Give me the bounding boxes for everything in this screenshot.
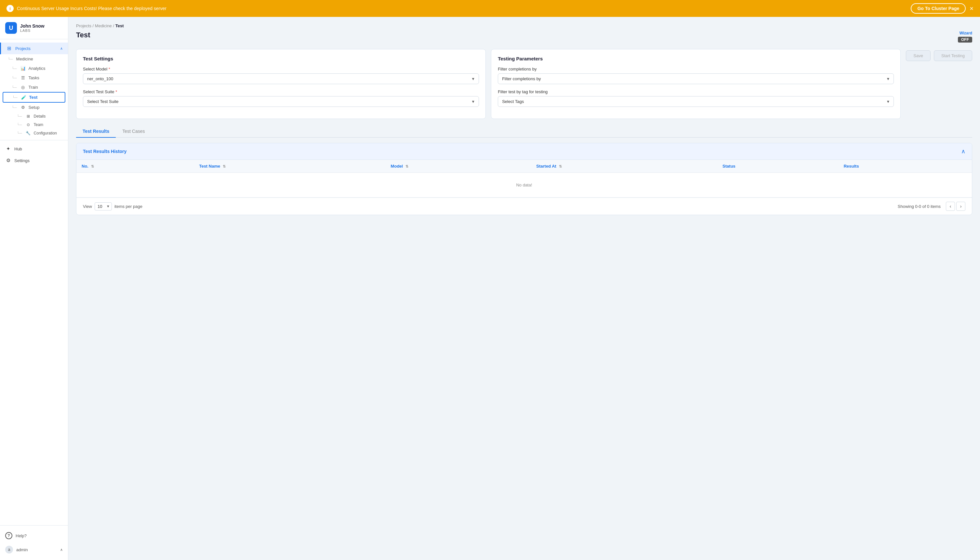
filter-completions-wrapper: Filter completions by ▼ xyxy=(498,73,894,84)
filter-tags-dropdown[interactable]: Select Tags xyxy=(498,96,894,107)
test-icon: 🧪 xyxy=(21,95,27,100)
sidebar-nav: ⊞ Projects ∧ └─ Medicine └─ 📊 Analytics … xyxy=(0,39,68,525)
start-testing-button[interactable]: Start Testing xyxy=(934,50,972,61)
config-icon: 🔧 xyxy=(25,131,31,135)
sidebar-item-train[interactable]: └─ ◎ Train xyxy=(0,83,68,92)
settings-icon: ⚙ xyxy=(5,158,11,163)
content-area: Projects / Medicine / Test Test Wizard O… xyxy=(68,17,980,560)
sidebar-item-admin[interactable]: a admin ∧ xyxy=(0,542,68,557)
close-banner-button[interactable]: × xyxy=(970,5,973,12)
tasks-label: Tasks xyxy=(28,75,39,80)
setup-label: Setup xyxy=(28,105,40,110)
col-model[interactable]: Model ⇅ xyxy=(386,160,531,173)
breadcrumb-sep2: / xyxy=(113,23,115,28)
settings-row: Test Settings Select Model * ner_onto_10… xyxy=(76,49,972,119)
test-settings-panel: Test Settings Select Model * ner_onto_10… xyxy=(76,49,486,119)
no-data-cell: No data! xyxy=(77,173,972,197)
results-header: Test Results History ∧ xyxy=(77,143,972,160)
logo-icon: U xyxy=(5,22,17,34)
tab-test-results[interactable]: Test Results xyxy=(76,125,116,138)
view-row: View 10 25 50 ▼ items per page xyxy=(83,202,142,210)
breadcrumb-medicine[interactable]: Medicine xyxy=(95,23,112,28)
sidebar-item-help[interactable]: ? Help? xyxy=(0,529,68,542)
save-button[interactable]: Save xyxy=(906,50,931,61)
page-size-select[interactable]: 10 25 50 xyxy=(95,202,112,210)
sidebar-item-configuration[interactable]: └─ 🔧 Configuration xyxy=(0,129,68,137)
help-icon: ? xyxy=(5,532,12,539)
sort-model-icon: ⇅ xyxy=(405,164,408,168)
projects-arrow: ∧ xyxy=(60,47,63,51)
no-data-row: No data! xyxy=(77,173,972,197)
banner-message-area: i Continuous Server Usage Incurs Costs! … xyxy=(7,5,166,12)
tree-connector-train: └─ xyxy=(12,85,17,89)
filter-tags-wrapper: Select Tags ▼ xyxy=(498,96,894,107)
configuration-label: Configuration xyxy=(34,131,57,135)
sidebar-item-projects[interactable]: ⊞ Projects ∧ xyxy=(0,43,68,54)
sidebar-item-setup[interactable]: └─ ⚙ Setup xyxy=(0,103,68,112)
breadcrumb-sep1: / xyxy=(93,23,95,28)
admin-avatar: a xyxy=(5,546,13,553)
sidebar-item-details[interactable]: └─ ⊞ Details xyxy=(0,112,68,120)
sidebar-item-team[interactable]: └─ ⊙ Team xyxy=(0,120,68,129)
col-no[interactable]: No. ⇅ xyxy=(77,160,194,173)
collapse-results-button[interactable]: ∧ xyxy=(961,148,965,155)
wizard-label: Wizard xyxy=(960,31,972,35)
next-page-button[interactable]: › xyxy=(956,202,965,211)
sort-testname-icon: ⇅ xyxy=(223,164,226,168)
testing-parameters-panel: Testing Parameters Filter completions by… xyxy=(491,49,901,119)
results-table: No. ⇅ Test Name ⇅ Model ⇅ xyxy=(77,160,972,197)
details-label: Details xyxy=(34,114,46,118)
admin-arrow-icon: ∧ xyxy=(60,548,63,552)
sidebar-item-settings[interactable]: ⚙ Settings xyxy=(0,155,68,166)
col-results[interactable]: Results xyxy=(839,160,972,173)
breadcrumb: Projects / Medicine / Test xyxy=(76,23,972,28)
hub-label: Hub xyxy=(14,147,22,152)
banner-actions: Go To Cluster Page × xyxy=(911,3,973,13)
sidebar-item-hub[interactable]: ✦ Hub xyxy=(0,143,68,155)
breadcrumb-projects[interactable]: Projects xyxy=(76,23,91,28)
help-label: Help? xyxy=(16,533,27,538)
analytics-label: Analytics xyxy=(28,66,45,71)
logo-name: John Snow xyxy=(20,23,45,28)
app-body: U John Snow LABS ⊞ Projects ∧ └─ Medicin… xyxy=(0,17,980,560)
filter-completions-dropdown[interactable]: Filter completions by xyxy=(498,73,894,84)
go-to-cluster-button[interactable]: Go To Cluster Page xyxy=(911,3,966,13)
sidebar-item-medicine[interactable]: └─ Medicine xyxy=(0,54,68,64)
tree-connector-medicine: └─ xyxy=(8,57,13,61)
results-table-wrapper: No. ⇅ Test Name ⇅ Model ⇅ xyxy=(77,160,972,197)
select-model-label: Select Model * xyxy=(83,67,479,72)
test-settings-title: Test Settings xyxy=(83,56,479,62)
sidebar: U John Snow LABS ⊞ Projects ∧ └─ Medicin… xyxy=(0,17,68,560)
view-label: View xyxy=(83,204,92,209)
sidebar-item-test[interactable]: └─ 🧪 Test xyxy=(3,93,65,102)
projects-icon: ⊞ xyxy=(6,45,12,51)
test-label: Test xyxy=(29,95,38,100)
select-model-dropdown[interactable]: ner_onto_100 xyxy=(83,73,479,84)
logo-text: John Snow LABS xyxy=(20,23,45,32)
sidebar-item-analytics[interactable]: └─ 📊 Analytics xyxy=(0,64,68,73)
col-started-at[interactable]: Started At ⇅ xyxy=(531,160,717,173)
sidebar-bottom: ? Help? a admin ∧ xyxy=(0,525,68,560)
logo-labs: LABS xyxy=(20,28,45,32)
table-header-row: No. ⇅ Test Name ⇅ Model ⇅ xyxy=(77,160,972,173)
top-banner: i Continuous Server Usage Incurs Costs! … xyxy=(0,0,980,17)
page-size-wrapper: 10 25 50 ▼ xyxy=(95,202,112,210)
sidebar-item-tasks[interactable]: └─ ☰ Tasks xyxy=(0,73,68,83)
tree-connector-test: └─ xyxy=(12,95,18,99)
showing-text: Showing 0-0 of 0 items xyxy=(898,204,941,209)
tree-connector-details: └─ xyxy=(17,114,22,118)
pagination-row: View 10 25 50 ▼ items per page Showi xyxy=(77,197,972,215)
tasks-icon: ☰ xyxy=(20,75,26,80)
hub-icon: ✦ xyxy=(5,146,11,152)
page-header: Test Wizard OFF xyxy=(76,31,972,43)
tab-test-cases[interactable]: Test Cases xyxy=(116,125,151,138)
col-status[interactable]: Status xyxy=(717,160,839,173)
tree-connector-team: └─ xyxy=(17,123,22,127)
details-icon: ⊞ xyxy=(25,114,31,118)
select-test-suite-dropdown[interactable]: Select Test Suite xyxy=(83,96,479,107)
col-test-name[interactable]: Test Name ⇅ xyxy=(194,160,385,173)
filter-tags-label: Filter test by tag for testing xyxy=(498,89,894,94)
filter-completions-label: Filter completions by xyxy=(498,67,894,72)
prev-page-button[interactable]: ‹ xyxy=(946,202,955,211)
wizard-toggle[interactable]: OFF xyxy=(958,37,972,43)
